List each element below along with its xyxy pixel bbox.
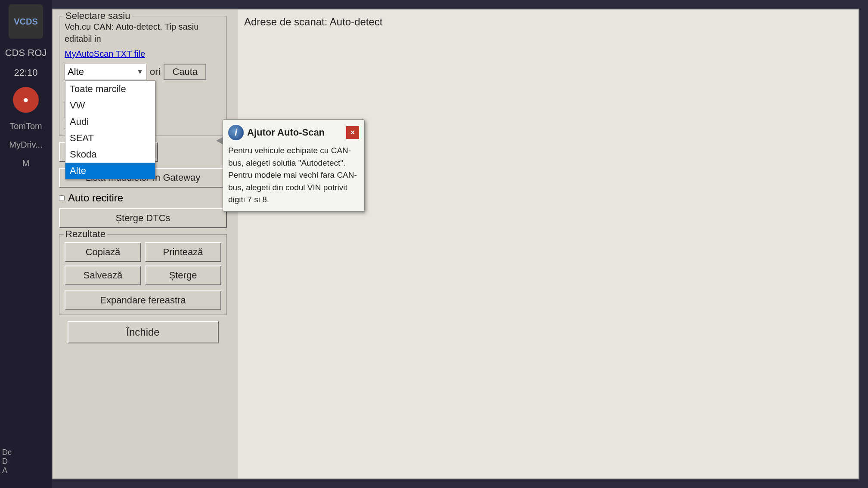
left-panel: Selectare sasiu Veh.cu CAN: Auto-detect.… <box>53 9 233 479</box>
tooltip-text: Pentru vehicule echipate cu CAN-bus, ale… <box>228 146 357 204</box>
logo-text: VCDS <box>14 17 38 27</box>
dropdown-row: Alte ▼ Toate marcile VW Audi SEAT Skoda … <box>65 64 221 80</box>
chevron-down-icon: ▼ <box>136 68 143 76</box>
sidebar-item-mydriv[interactable]: MyDriv... <box>9 140 42 150</box>
dropdown-item-audi[interactable]: Audi <box>65 114 155 130</box>
tooltip-title-row: i Ajutor Auto-Scan <box>228 125 325 140</box>
dropdown-item-seat[interactable]: SEAT <box>65 130 155 146</box>
sterge-button[interactable]: Șterge <box>145 266 221 285</box>
sterge-dtcs-button[interactable]: Șterge DTCs <box>59 208 227 228</box>
rezultate-btn-grid: Copiază Printează Salvează Șterge <box>65 242 221 285</box>
dropdown-menu: Toate marcile VW Audi SEAT Skoda Alte <box>65 80 155 179</box>
copiaza-button[interactable]: Copiază <box>65 242 141 262</box>
sidebar-item-m[interactable]: M <box>22 158 30 168</box>
tooltip-close-button[interactable]: × <box>346 126 359 139</box>
selectare-sasiu-group: Selectare sasiu Veh.cu CAN: Auto-detect.… <box>59 16 227 136</box>
myautoscan-link[interactable]: MyAutoScan TXT file <box>65 49 145 59</box>
dropdown-item-vw[interactable]: VW <box>65 97 155 114</box>
brand-dropdown[interactable]: Alte ▼ Toate marcile VW Audi SEAT Skoda … <box>65 64 146 80</box>
tooltip-body: Pentru vehicule echipate cu CAN-bus, ale… <box>228 145 359 206</box>
dropdown-item-toate[interactable]: Toate marcile <box>65 81 155 97</box>
app-logo: VCDS <box>9 4 43 39</box>
sidebar-time2: 22:10 <box>14 67 37 78</box>
rezultate-group: Rezultate Copiază Printează Salvează Ște… <box>59 234 227 315</box>
ori-label: ori <box>150 66 160 77</box>
main-window: × Selectare sasiu Veh.cu CAN: Auto-detec… <box>52 9 859 479</box>
info-icon: i <box>228 125 244 140</box>
sidebar-item-d[interactable]: D <box>2 457 12 466</box>
sidebar-time: CDS ROJ <box>5 47 47 59</box>
auto-recitire-row: Auto recitire <box>59 192 227 204</box>
rezultate-title: Rezultate <box>64 229 107 240</box>
dropdown-item-skoda[interactable]: Skoda <box>65 146 155 163</box>
dropdown-item-alte[interactable]: Alte <box>65 163 155 179</box>
scan-title: Adrese de scanat: Auto-detect <box>244 16 852 28</box>
salveaza-button[interactable]: Salvează <box>65 266 141 285</box>
auto-recitire-checkbox[interactable] <box>59 195 65 201</box>
search-button[interactable]: Cauta <box>164 64 206 80</box>
printeaza-button[interactable]: Printează <box>145 242 221 262</box>
tooltip-header: i Ajutor Auto-Scan × <box>228 125 359 140</box>
right-panel: Adrese de scanat: Auto-detect <box>238 9 859 479</box>
dropdown-selected-value: Alte <box>68 66 84 77</box>
sidebar: VCDS CDS ROJ 22:10 ● TomTom MyDriv... M … <box>0 0 52 488</box>
tooltip-title: Ajutor Auto-Scan <box>247 127 325 138</box>
info-text: Veh.cu CAN: Auto-detect. Tip sasiu edita… <box>65 21 221 45</box>
inchide-button[interactable]: Închide <box>68 321 219 343</box>
sidebar-item-dc[interactable]: Dc <box>2 448 12 457</box>
group-title: Selectare sasiu <box>64 10 132 22</box>
tooltip-popup: i Ajutor Auto-Scan × Pentru vehicule ech… <box>223 119 365 212</box>
sidebar-item-tomtom[interactable]: TomTom <box>9 121 42 131</box>
status-icon: ● <box>13 87 39 113</box>
auto-recitire-label: Auto recitire <box>68 192 123 204</box>
sidebar-bottom: Dc D A <box>2 448 12 475</box>
sidebar-item-a[interactable]: A <box>2 466 12 475</box>
expandare-button[interactable]: Expandare fereastra <box>65 290 221 310</box>
